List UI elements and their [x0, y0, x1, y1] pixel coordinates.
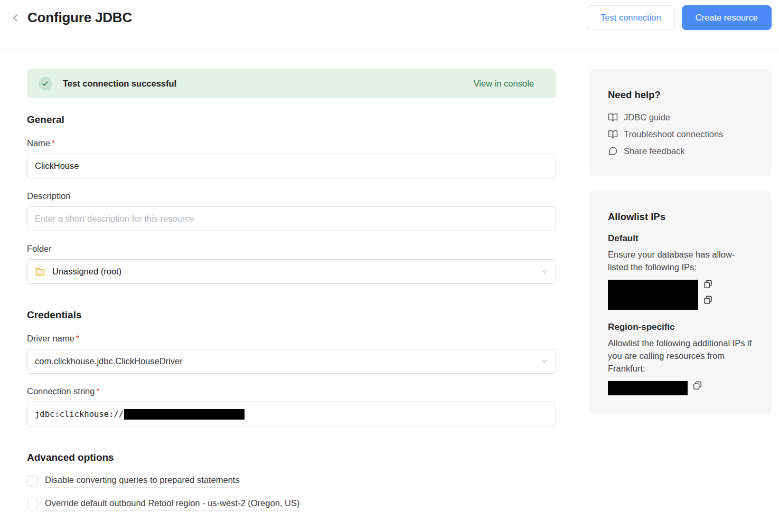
chat-bubble-icon [608, 146, 618, 156]
driver-select-value: com.clickhouse.jdbc.ClickHouseDriver [35, 356, 183, 366]
copy-icon [703, 280, 712, 289]
help-link-label: Share feedback [624, 146, 685, 156]
default-ip-block [608, 280, 753, 310]
checkbox-label: Override default outbound Retool region … [45, 498, 299, 511]
view-in-console-link[interactable]: View in console [474, 79, 534, 89]
default-description: Ensure your database has allow-listed th… [608, 249, 753, 274]
required-asterisk: * [52, 138, 55, 148]
region-ip-block [608, 381, 753, 395]
back-button[interactable] [8, 11, 22, 25]
copy-ip-button[interactable] [703, 296, 712, 305]
copy-icon [693, 381, 702, 390]
required-asterisk: * [96, 386, 99, 396]
description-input[interactable] [27, 206, 556, 231]
folder-select[interactable]: Unassigned (root) [27, 259, 556, 284]
default-subheading: Default [608, 233, 753, 244]
name-label: Name* [27, 138, 556, 148]
book-open-icon [608, 112, 618, 122]
check-circle-icon [39, 77, 52, 90]
redacted-ip-list [608, 280, 698, 310]
page-title: Configure JDBC [27, 10, 132, 26]
required-asterisk: * [76, 334, 79, 343]
region-specific-subheading: Region-specific [608, 322, 753, 332]
driver-name-label: Driver name* [27, 334, 556, 344]
advanced-option-row: Disable converting queries to prepared s… [27, 475, 556, 488]
share-feedback-link[interactable]: Share feedback [608, 146, 753, 156]
need-help-card: Need help? JDBC guide Troubleshoot conne… [589, 69, 772, 176]
copy-ip-button[interactable] [703, 280, 712, 289]
chevron-down-icon [540, 357, 548, 365]
allowlist-ips-card: Allowlist IPs Default Ensure your databa… [589, 191, 772, 415]
troubleshoot-connections-link[interactable]: Troubleshoot connections [608, 129, 753, 139]
folder-icon [35, 267, 45, 277]
create-resource-button[interactable]: Create resource [682, 5, 772, 30]
advanced-option-row: Override default outbound Retool region … [27, 498, 556, 511]
redacted-connection-host [124, 409, 245, 420]
connection-string-visible-value: jdbc:clickhouse:// [35, 410, 124, 419]
copy-ip-button[interactable] [693, 381, 702, 390]
success-banner: Test connection successful View in conso… [27, 69, 556, 98]
book-open-icon [608, 129, 618, 139]
redacted-ip [608, 381, 688, 395]
copy-icon [703, 296, 712, 305]
sidebar: Need help? JDBC guide Troubleshoot conne… [589, 69, 772, 511]
jdbc-guide-link[interactable]: JDBC guide [608, 112, 753, 122]
folder-select-value: Unassigned (root) [52, 267, 121, 277]
driver-name-select[interactable]: com.clickhouse.jdbc.ClickHouseDriver [27, 349, 556, 374]
region-description: Allowlist the following additional IPs i… [608, 337, 753, 375]
folder-label: Folder [27, 244, 556, 254]
connection-string-label: Connection string* [27, 386, 556, 396]
override-outbound-region-checkbox[interactable] [27, 499, 37, 509]
allowlist-ips-heading: Allowlist IPs [608, 211, 753, 223]
test-connection-button[interactable]: Test connection [587, 5, 675, 30]
credentials-heading: Credentials [27, 309, 556, 321]
help-link-label: JDBC guide [624, 112, 670, 122]
resource-form: Test connection successful View in conso… [27, 69, 556, 511]
chevron-left-icon [10, 12, 21, 24]
checkbox-label: Disable converting queries to prepared s… [45, 475, 240, 488]
page-header: Configure JDBC Test connection Create re… [0, 0, 779, 50]
banner-message: Test connection successful [63, 79, 176, 89]
disable-prepared-statements-checkbox[interactable] [27, 476, 37, 486]
advanced-options-heading: Advanced options [27, 452, 556, 463]
description-label: Description [27, 191, 556, 201]
help-link-label: Troubleshoot connections [624, 129, 723, 139]
name-input[interactable] [27, 154, 556, 178]
connection-string-input[interactable]: jdbc:clickhouse:// [27, 402, 556, 426]
general-heading: General [27, 114, 556, 126]
need-help-heading: Need help? [608, 89, 753, 101]
chevron-down-icon [540, 268, 548, 276]
